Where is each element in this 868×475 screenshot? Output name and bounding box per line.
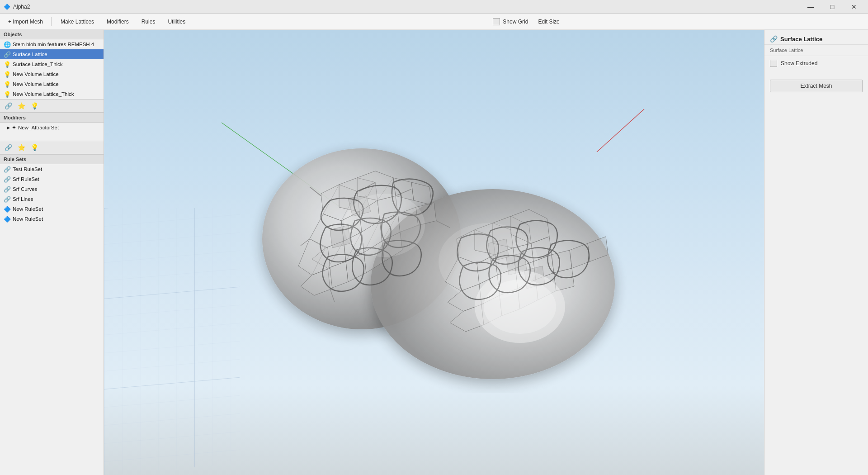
utilities-menu[interactable]: Utilities — [162, 17, 191, 27]
rulesets-header: Rule Sets — [0, 155, 104, 164]
rulesets-list: 🔗 Test RuleSet 🔗 Srf RuleSet 🔗 Srf Curve… — [0, 164, 104, 475]
object-label-5: New Volume Lattice — [13, 81, 100, 87]
objects-tool-1[interactable]: 🔗 — [3, 101, 14, 110]
ruleset-label-1: Test RuleSet — [13, 166, 100, 172]
modifiers-tool-3[interactable]: 💡 — [29, 143, 40, 152]
object-item-4[interactable]: 💡 New Volume Lattice — [0, 69, 104, 79]
ruleset-label-4: Srf Lines — [13, 196, 100, 202]
app-title: Alpha2 — [13, 4, 30, 10]
ruleset-icon-6: 🔷 — [4, 216, 11, 223]
object-icon-1: 🌐 — [4, 41, 11, 48]
ruleset-icon-2: 🔗 — [4, 176, 11, 183]
main-content: Objects 🌐 Stem blob min features REMESH … — [0, 30, 868, 475]
modifier-label-1: New_AttractorSet — [18, 125, 59, 130]
show-extruded-label: Show Extruded — [781, 60, 817, 66]
ruleset-item-5[interactable]: 🔷 New RuleSet — [0, 204, 104, 214]
object-item-2[interactable]: 🔗 Surface Lattice — [0, 49, 104, 59]
import-mesh-button[interactable]: + Import Mesh — [4, 17, 47, 27]
menubar: + Import Mesh Make Lattices Modifiers Ru… — [0, 14, 868, 30]
object-label-1: Stem blob min features REMESH 4 — [13, 42, 100, 47]
titlebar-left: 🔷 Alpha2 — [4, 4, 30, 10]
right-panel-title: Surface Lattice — [780, 36, 822, 43]
object-item-1[interactable]: 🌐 Stem blob min features REMESH 4 — [0, 39, 104, 49]
show-grid-label: Show Grid — [503, 19, 528, 25]
ruleset-item-2[interactable]: 🔗 Srf RuleSet — [0, 174, 104, 184]
menubar-center: Show Grid Edit Size — [193, 17, 864, 27]
show-extruded-row[interactable]: Show Extruded — [764, 56, 868, 71]
svg-point-25 — [344, 194, 425, 257]
ruleset-item-1[interactable]: 🔗 Test RuleSet — [0, 164, 104, 174]
objects-tool-2[interactable]: ⭐ — [16, 101, 27, 110]
object-label-6: New Volume Lattice_Thick — [13, 91, 100, 97]
maximize-button[interactable]: □ — [822, 0, 843, 14]
modifiers-section: Modifiers ▸ ✦ New_AttractorSet 🔗 ⭐ 💡 — [0, 113, 104, 155]
right-panel-title-icon: 🔗 — [770, 35, 778, 43]
modifier-expand-icon: ▸ — [7, 124, 10, 131]
object-item-6[interactable]: 💡 New Volume Lattice_Thick — [0, 89, 104, 99]
app-icon: 🔷 — [4, 4, 10, 10]
object-label-2: Surface Lattice — [13, 52, 100, 57]
rulesets-section: Rule Sets 🔗 Test RuleSet 🔗 Srf RuleSet 🔗… — [0, 155, 104, 475]
modifiers-header: Modifiers — [0, 113, 104, 123]
modifiers-menu[interactable]: Modifiers — [101, 17, 134, 27]
viewport[interactable] — [104, 30, 764, 475]
objects-section: Objects 🌐 Stem blob min features REMESH … — [0, 30, 104, 113]
object-label-3: Surface Lattice_Thick — [13, 62, 100, 67]
modifier-icon-1: ✦ — [12, 124, 16, 131]
modifier-item-1[interactable]: ▸ ✦ New_AttractorSet — [0, 123, 104, 133]
mesh-object — [240, 112, 628, 393]
ruleset-icon-1: 🔗 — [4, 166, 11, 173]
ruleset-icon-3: 🔗 — [4, 186, 11, 193]
object-item-5[interactable]: 💡 New Volume Lattice — [0, 79, 104, 89]
titlebar: 🔷 Alpha2 — □ ✕ — [0, 0, 868, 14]
modifiers-toolbar: 🔗 ⭐ 💡 — [0, 141, 104, 154]
titlebar-controls: — □ ✕ — [800, 0, 864, 14]
object-icon-4: 💡 — [4, 71, 11, 78]
show-grid-checkbox[interactable] — [493, 18, 500, 25]
viewport-grid — [104, 208, 240, 475]
minimize-button[interactable]: — — [800, 0, 821, 14]
object-item-3[interactable]: 💡 Surface Lattice_Thick — [0, 59, 104, 69]
make-lattices-menu[interactable]: Make Lattices — [55, 17, 99, 27]
modifiers-tool-1[interactable]: 🔗 — [3, 143, 14, 152]
close-button[interactable]: ✕ — [844, 0, 864, 14]
ruleset-icon-5: 🔷 — [4, 206, 11, 213]
modifiers-tool-2[interactable]: ⭐ — [16, 143, 27, 152]
object-label-4: New Volume Lattice — [13, 71, 100, 77]
ruleset-item-6[interactable]: 🔷 New RuleSet — [0, 214, 104, 224]
edit-size-button[interactable]: Edit Size — [533, 17, 564, 27]
svg-rect-1 — [104, 208, 240, 475]
svg-point-26 — [439, 223, 538, 300]
ruleset-item-3[interactable]: 🔗 Srf Curves — [0, 184, 104, 194]
right-panel-subtitle: Surface Lattice — [764, 45, 868, 56]
ruleset-label-2: Srf RuleSet — [13, 176, 100, 182]
modifiers-list: ▸ ✦ New_AttractorSet — [0, 123, 104, 141]
right-panel-header: 🔗 Surface Lattice — [764, 30, 868, 45]
show-extruded-checkbox[interactable] — [770, 60, 777, 67]
ruleset-label-6: New RuleSet — [13, 216, 100, 222]
objects-header: Objects — [0, 30, 104, 39]
ruleset-label-3: Srf Curves — [13, 186, 100, 192]
ruleset-item-4[interactable]: 🔗 Srf Lines — [0, 194, 104, 204]
objects-tool-3[interactable]: 💡 — [29, 101, 40, 110]
mesh-svg — [240, 112, 628, 393]
ruleset-icon-4: 🔗 — [4, 196, 11, 203]
ruleset-label-5: New RuleSet — [13, 206, 100, 212]
extract-mesh-button[interactable]: Extract Mesh — [770, 80, 863, 92]
right-panel: 🔗 Surface Lattice Surface Lattice Show E… — [764, 30, 868, 475]
object-icon-6: 💡 — [4, 91, 11, 98]
object-icon-3: 💡 — [4, 61, 11, 68]
left-panel: Objects 🌐 Stem blob min features REMESH … — [0, 30, 104, 475]
objects-list: 🌐 Stem blob min features REMESH 4 🔗 Surf… — [0, 39, 104, 99]
objects-toolbar: 🔗 ⭐ 💡 — [0, 99, 104, 113]
rules-menu[interactable]: Rules — [136, 17, 161, 27]
menu-separator — [51, 17, 52, 26]
show-grid-toggle[interactable]: Show Grid — [493, 18, 528, 25]
object-icon-2: 🔗 — [4, 51, 11, 58]
object-icon-5: 💡 — [4, 81, 11, 88]
